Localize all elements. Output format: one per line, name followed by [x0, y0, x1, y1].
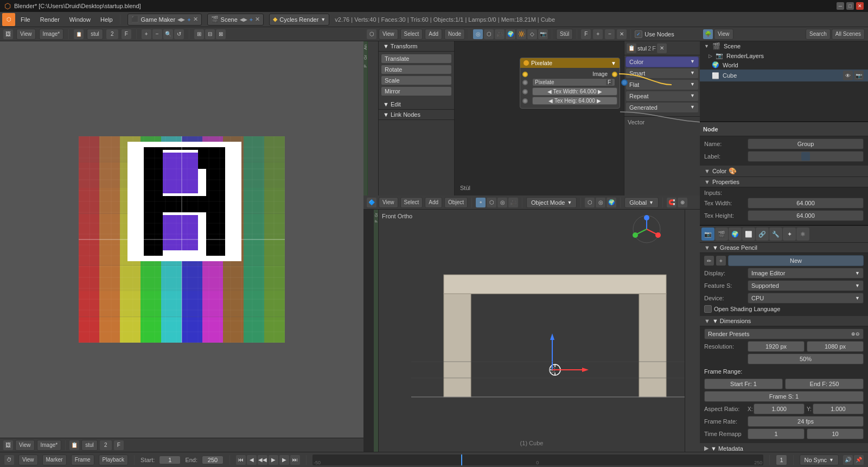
world-item[interactable]: 🌍 World — [700, 60, 868, 70]
scene-selector[interactable]: 🎬 Scene ◀▶ + ✕ — [207, 14, 264, 26]
maximize-button[interactable]: □ — [846, 2, 854, 10]
current-frame[interactable]: 1 — [776, 455, 787, 465]
footer-image[interactable]: Image* — [37, 440, 62, 451]
particles-icon-btn[interactable]: ✦ — [783, 228, 796, 241]
sync-dropdown[interactable]: No Sync ▼ — [800, 455, 839, 465]
cube-eye[interactable]: 👁 — [843, 71, 853, 80]
cube-render[interactable]: 📷 — [854, 71, 864, 80]
node-icon[interactable]: ⬡ — [367, 29, 376, 39]
modifier-icon-btn[interactable]: 🔧 — [769, 228, 782, 241]
asp-y-input[interactable]: 1.000 — [813, 403, 864, 414]
play-forward[interactable]: ▶ — [269, 455, 278, 465]
color-opt-3[interactable]: Repeat ▼ — [626, 91, 699, 102]
node-mode4[interactable]: 🌍 — [506, 29, 515, 39]
res-y-input[interactable]: 1080 px — [807, 341, 864, 352]
status-icon[interactable]: ⏱ — [4, 455, 14, 465]
physics-icon-btn[interactable]: ⚛ — [796, 228, 809, 241]
engine-dropdown[interactable]: ▼ — [321, 17, 326, 22]
gr-tab[interactable]: Gr — [374, 212, 378, 218]
props-section-header[interactable]: ▼ Properties — [700, 177, 868, 187]
status-right-1[interactable]: 🔊 — [843, 455, 853, 465]
remap-2-input[interactable]: 10 — [807, 428, 864, 439]
color-opt-4[interactable]: Generated ▼ — [626, 102, 699, 113]
object-mode-dropdown[interactable]: Object Mode ▼ — [526, 197, 577, 208]
node-f-btn[interactable]: F — [581, 29, 591, 39]
search-btn[interactable]: Search — [806, 29, 831, 40]
node-mode7[interactable]: 📷 — [538, 29, 548, 39]
grease-add-icon[interactable]: + — [716, 256, 726, 266]
node-node-btn[interactable]: Node — [444, 29, 465, 40]
outliner-icon[interactable]: 🌳 — [703, 29, 713, 39]
snap-icon[interactable]: 🧲 — [667, 198, 676, 207]
name-value[interactable]: Group — [748, 138, 864, 149]
render-icon[interactable]: 🎥 — [508, 198, 518, 207]
node-select-btn[interactable]: Select — [400, 29, 423, 40]
obj-icon-btn[interactable]: ⬜ — [742, 228, 755, 241]
footer-f[interactable]: F — [114, 440, 124, 450]
view-menu-btn[interactable]: View — [16, 29, 36, 40]
scene-close[interactable]: ✕ — [255, 16, 260, 23]
3d-view1[interactable]: ⬡ — [585, 198, 595, 207]
footer-icon[interactable]: 🖼 — [3, 440, 13, 450]
scene-add[interactable]: + — [250, 16, 253, 23]
color-opt-0[interactable]: Color ▼ — [626, 56, 699, 67]
shading-icon[interactable]: ◎ — [497, 198, 507, 207]
node-mode6[interactable]: ◇ — [527, 29, 537, 39]
status-right-2[interactable]: 📌 — [854, 455, 864, 465]
timeline-ruler[interactable]: -50 0 250 — [312, 455, 763, 465]
texw-value[interactable]: 64.000 — [748, 198, 864, 209]
orientation-dropdown[interactable]: Global ▼ — [624, 197, 659, 208]
stul-label[interactable]: stul — [87, 29, 103, 40]
view-btn3[interactable]: ⊠ — [216, 29, 226, 39]
color-opt-1[interactable]: Smart ▼ — [626, 68, 699, 79]
stul-close[interactable]: ✕ — [657, 43, 667, 53]
frame-s-input[interactable]: Frame S: 1 — [704, 391, 864, 402]
navigation-gizmo[interactable] — [630, 213, 663, 245]
all-scenes-btn[interactable]: All Scenes — [832, 29, 865, 40]
engine-selector[interactable]: ◆ Cycles Render ▼ — [269, 14, 329, 26]
node-plus-btn[interactable]: + — [593, 29, 603, 39]
render-layers-item[interactable]: ▷ 📷 RenderLayers — [700, 51, 868, 60]
render-icon-btn[interactable]: 📷 — [701, 228, 714, 241]
type-dropdown[interactable]: Pixelate F — [532, 78, 615, 86]
prev-frame[interactable]: ◀ — [247, 455, 257, 465]
image-2-btn[interactable]: 📋 — [74, 29, 84, 39]
metadata-header[interactable]: ▶ ▼ Metadata — [700, 443, 868, 452]
add-btn[interactable]: + — [142, 29, 151, 39]
link-nodes-section[interactable]: ▼ Link Nodes — [379, 110, 454, 120]
scale-btn[interactable]: Scale — [381, 75, 452, 85]
file-menu[interactable]: File — [16, 14, 35, 26]
prev-key[interactable]: ⏮ — [236, 455, 246, 465]
remap-1-input[interactable]: 1 — [748, 428, 805, 439]
blender-icon-btn[interactable]: ⬡ — [2, 13, 15, 26]
start-fr-input[interactable]: Start Fr: 1 — [704, 378, 783, 389]
window-menu[interactable]: Window — [65, 14, 95, 26]
node-mode5[interactable]: 🔆 — [516, 29, 526, 39]
weight-icon[interactable]: ⬡ — [487, 198, 496, 207]
obj-mode-icon[interactable]: ⚬ — [476, 198, 486, 207]
color-section-header[interactable]: ▼ Color 🎨 — [700, 166, 868, 177]
view-timeline-btn[interactable]: View — [18, 455, 38, 465]
display-dropdown[interactable]: Image Editor ▼ — [748, 268, 864, 279]
3d-object-btn[interactable]: Object — [444, 197, 468, 208]
prop-tab[interactable]: P — [363, 62, 368, 70]
3d-view3[interactable]: 🌍 — [607, 198, 616, 207]
rotate-btn[interactable]: Rotate — [381, 65, 452, 74]
device-dropdown[interactable]: CPU ▼ — [748, 293, 864, 304]
next-frame[interactable]: ▶ — [279, 455, 289, 465]
use-nodes-check[interactable] — [635, 30, 642, 38]
footer-view[interactable]: View — [15, 440, 35, 451]
3d-add-btn[interactable]: Add — [425, 197, 442, 208]
node-mode1[interactable]: ◎ — [473, 29, 483, 39]
edit-section[interactable]: ▼ Edit — [379, 99, 454, 110]
transform-section[interactable]: ▼ Transform — [379, 41, 454, 52]
image-menu-btn[interactable]: Image* — [39, 29, 64, 40]
grease-paint-icon[interactable]: ✏ — [704, 256, 714, 266]
translate-btn[interactable]: Translate — [381, 54, 452, 64]
minimize-button[interactable]: ─ — [837, 2, 844, 10]
grease-new-btn[interactable]: New — [728, 255, 864, 266]
feature-dropdown[interactable]: Supported ▼ — [748, 280, 864, 291]
frame-num[interactable]: 2 — [106, 29, 118, 39]
workspace-selector[interactable]: ⬛ Game Maker ◀▶ + ✕ — [127, 14, 202, 26]
dimensions-header[interactable]: ▼ ▼ Dimensions — [700, 316, 868, 326]
